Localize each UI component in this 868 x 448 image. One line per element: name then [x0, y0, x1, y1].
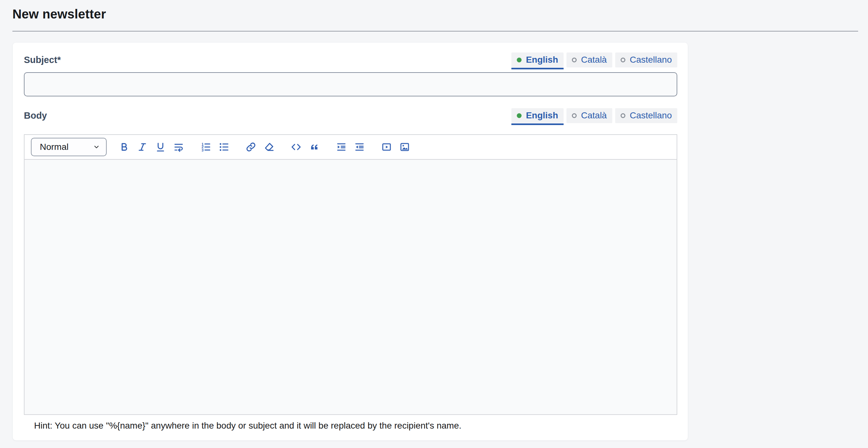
blockquote-button[interactable] [305, 138, 323, 156]
indent-decrease-button[interactable] [350, 138, 368, 156]
language-option-label: Castellano [630, 55, 672, 65]
paragraph-style-dropdown[interactable]: Normal [31, 138, 107, 156]
radio-unselected-icon [572, 113, 577, 118]
code-icon [291, 142, 302, 152]
underline-button[interactable] [151, 138, 169, 156]
subject-field-row: Subject* English Català Castellano [24, 52, 677, 67]
code-quote-group [287, 138, 323, 156]
indent-increase-button[interactable] [332, 138, 350, 156]
newsletter-form-card: Subject* English Català Castellano Body … [13, 43, 688, 440]
radio-selected-icon [517, 113, 522, 118]
language-option-label: English [526, 110, 558, 120]
active-language-underline [512, 124, 564, 125]
radio-unselected-icon [621, 113, 625, 118]
text-wrap-icon [173, 142, 184, 152]
italic-icon [137, 142, 148, 152]
link-button[interactable] [242, 138, 260, 156]
image-icon [399, 142, 410, 152]
newsletter-hint: Hint: You can use "%{name}" anywhere in … [24, 421, 677, 431]
language-option-label: Català [581, 55, 607, 65]
chevron-down-icon [93, 143, 100, 151]
subject-language-switcher: English Català Castellano [512, 53, 677, 67]
indent-increase-icon [336, 142, 347, 152]
video-icon [381, 142, 392, 152]
video-button[interactable] [377, 138, 396, 156]
unordered-list-button[interactable] [215, 138, 233, 156]
bold-button[interactable] [115, 138, 133, 156]
rich-text-editor: Normal [24, 134, 677, 415]
body-language-switcher: English Català Castellano [512, 108, 677, 123]
ordered-list-icon: 1 2 3 [200, 142, 211, 152]
language-option-label: Català [581, 110, 607, 120]
code-button[interactable] [287, 138, 305, 156]
active-language-underline [512, 68, 564, 69]
body-editor-content[interactable] [25, 160, 677, 414]
underline-icon [155, 142, 166, 152]
media-group [377, 138, 414, 156]
bold-icon [119, 142, 130, 152]
body-language-option-catala[interactable]: Català [566, 108, 612, 123]
svg-text:3: 3 [201, 148, 203, 152]
italic-button[interactable] [133, 138, 151, 156]
subject-language-option-english[interactable]: English [512, 53, 564, 67]
page-header: New newsletter [0, 0, 868, 32]
body-field-row: Body English Català Castellano [24, 108, 677, 123]
subject-input[interactable] [24, 72, 677, 96]
body-label: Body [24, 110, 47, 121]
body-language-option-castellano[interactable]: Castellano [615, 108, 677, 123]
radio-unselected-icon [621, 58, 625, 62]
ordered-list-button[interactable]: 1 2 3 [196, 138, 215, 156]
image-button[interactable] [396, 138, 414, 156]
language-option-label: English [526, 55, 558, 65]
link-icon [246, 142, 256, 152]
list-group: 1 2 3 [196, 138, 233, 156]
link-group [242, 138, 278, 156]
editor-toolbar: Normal [25, 135, 677, 160]
unordered-list-icon [218, 142, 229, 152]
subject-language-option-castellano[interactable]: Castellano [615, 53, 677, 67]
paragraph-style-label: Normal [40, 142, 68, 152]
body-language-option-english[interactable]: English [512, 108, 564, 123]
indent-decrease-icon [354, 142, 365, 152]
radio-selected-icon [517, 58, 522, 62]
clear-format-button[interactable] [260, 138, 278, 156]
page-title: New newsletter [12, 7, 858, 21]
subject-label: Subject* [24, 55, 61, 65]
indent-group [332, 138, 368, 156]
header-divider [12, 31, 858, 32]
blockquote-icon [309, 142, 320, 152]
radio-unselected-icon [572, 58, 577, 62]
subject-language-option-catala[interactable]: Català [566, 53, 612, 67]
text-format-group [115, 138, 188, 156]
text-wrap-button[interactable] [169, 138, 188, 156]
eraser-icon [264, 142, 275, 152]
language-option-label: Castellano [630, 110, 672, 120]
